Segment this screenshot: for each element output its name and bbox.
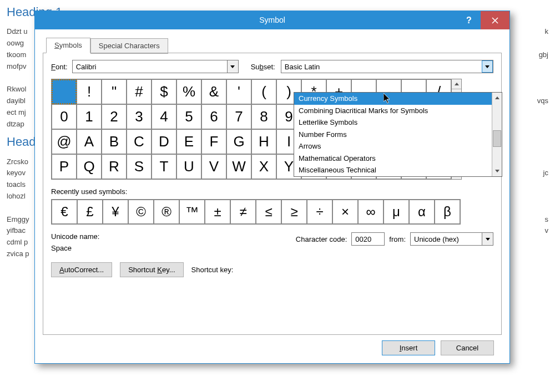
insert-button[interactable]: Insert — [382, 340, 435, 355]
chevron-down-icon[interactable] — [482, 233, 493, 245]
character-code-label: Character code: — [296, 235, 347, 243]
char-cell[interactable]: 7 — [226, 104, 251, 129]
recent-char-cell[interactable]: ® — [154, 200, 179, 224]
recent-char-cell[interactable]: ÷ — [307, 200, 332, 224]
recently-used-label: Recently used symbols: — [51, 187, 493, 196]
shortcut-key-label: Shortcut key: — [191, 266, 234, 274]
font-combo[interactable]: Calibri — [72, 60, 239, 73]
char-cell[interactable]: # — [127, 79, 152, 104]
recent-char-cell[interactable]: ¥ — [103, 200, 128, 224]
recent-char-cell[interactable]: α — [409, 200, 435, 224]
char-cell[interactable]: V — [201, 154, 226, 179]
chevron-down-icon[interactable] — [227, 60, 238, 73]
char-cell[interactable]: ' — [226, 79, 251, 104]
subset-label: Subset: — [251, 63, 275, 71]
scroll-down-button[interactable] — [492, 166, 502, 176]
recent-char-cell[interactable]: ≥ — [281, 200, 307, 224]
titlebar[interactable]: Symbol ? — [35, 11, 509, 29]
close-button[interactable] — [481, 11, 509, 29]
from-combo[interactable]: Unicode (hex) — [410, 232, 493, 246]
char-cell[interactable]: W — [226, 154, 251, 179]
recent-char-cell[interactable]: μ — [384, 200, 409, 224]
recent-char-cell[interactable]: ∞ — [358, 200, 384, 224]
unicode-name-value: Space — [51, 244, 99, 252]
chevron-down-icon[interactable] — [482, 60, 493, 73]
help-button[interactable]: ? — [457, 11, 481, 29]
scroll-thumb[interactable] — [493, 130, 501, 147]
char-cell[interactable]: 2 — [102, 104, 127, 129]
char-cell[interactable] — [52, 79, 77, 104]
char-cell[interactable]: R — [102, 154, 127, 179]
char-cell[interactable]: B — [102, 129, 127, 154]
unicode-name-label: Unicode name: — [51, 232, 99, 241]
char-cell[interactable]: P — [52, 154, 77, 179]
dialog-title: Symbol — [35, 11, 509, 29]
font-label: Font: — [51, 63, 68, 71]
recent-char-cell[interactable]: × — [332, 200, 358, 224]
char-cell[interactable]: $ — [152, 79, 176, 104]
char-cell[interactable]: E — [176, 129, 201, 154]
char-cell[interactable]: U — [176, 154, 201, 179]
scroll-up-button[interactable] — [452, 79, 461, 89]
dropdown-item[interactable]: Arrows — [294, 140, 492, 152]
recent-char-cell[interactable]: ≤ — [256, 200, 281, 224]
char-cell[interactable]: 3 — [127, 104, 152, 129]
subset-dropdown[interactable]: Currency SymbolsCombining Diacritical Ma… — [294, 92, 502, 177]
char-cell[interactable]: G — [226, 129, 251, 154]
dropdown-item[interactable]: Letterlike Symbols — [294, 116, 492, 129]
from-combo-value: Unicode (hex) — [411, 235, 482, 243]
dropdown-item[interactable]: Number Forms — [294, 129, 492, 141]
char-cell[interactable]: ! — [77, 79, 102, 104]
recent-char-cell[interactable]: ≠ — [230, 200, 256, 224]
from-label: from: — [389, 235, 406, 243]
char-cell[interactable]: C — [127, 129, 152, 154]
char-cell[interactable]: H — [251, 129, 276, 154]
recently-used-grid: €£¥©®™±≠≤≥÷×∞μαβ — [51, 199, 461, 225]
scroll-up-button[interactable] — [492, 93, 502, 103]
dropdown-item[interactable]: Mathematical Operators — [294, 152, 492, 165]
char-cell[interactable]: @ — [52, 129, 77, 154]
char-cell[interactable]: & — [201, 79, 226, 104]
char-cell[interactable]: F — [201, 129, 226, 154]
recent-char-cell[interactable]: £ — [77, 200, 103, 224]
autocorrect-button[interactable]: AutoCorrect... — [51, 262, 112, 277]
tab-symbols[interactable]: Symbols — [46, 38, 90, 53]
recent-char-cell[interactable]: β — [435, 200, 460, 224]
char-cell[interactable]: 0 — [52, 104, 77, 129]
char-cell[interactable]: D — [152, 129, 176, 154]
tab-special-characters[interactable]: Special Characters — [90, 38, 168, 54]
char-cell[interactable]: 4 — [152, 104, 176, 129]
char-cell[interactable]: 1 — [77, 104, 102, 129]
recent-char-cell[interactable]: ± — [205, 200, 230, 224]
shortcut-key-button[interactable]: Shortcut Key... — [120, 262, 183, 277]
dropdown-item[interactable]: Miscellaneous Technical — [294, 164, 492, 176]
char-cell[interactable]: 8 — [251, 104, 276, 129]
subset-combo-value: Basic Latin — [281, 63, 482, 71]
char-cell[interactable]: % — [176, 79, 201, 104]
font-combo-value: Calibri — [73, 63, 227, 71]
char-cell[interactable]: 6 — [201, 104, 226, 129]
character-code-input[interactable] — [351, 232, 385, 246]
char-cell[interactable]: 5 — [176, 104, 201, 129]
char-cell[interactable]: ( — [251, 79, 276, 104]
char-cell[interactable]: " — [102, 79, 127, 104]
dropdown-scrollbar[interactable] — [492, 93, 502, 176]
subset-combo[interactable]: Basic Latin — [281, 60, 493, 73]
recent-char-cell[interactable]: © — [128, 200, 154, 224]
cancel-button[interactable]: Cancel — [441, 340, 494, 355]
recent-char-cell[interactable]: € — [52, 200, 77, 224]
dropdown-item[interactable]: Currency Symbols — [294, 93, 492, 105]
char-cell[interactable]: S — [127, 154, 152, 179]
scroll-track[interactable] — [492, 103, 502, 166]
close-icon — [492, 17, 498, 24]
char-cell[interactable]: X — [251, 154, 276, 179]
dropdown-item[interactable]: Combining Diacritical Marks for Symbols — [294, 105, 492, 117]
char-cell[interactable]: A — [77, 129, 102, 154]
char-cell[interactable]: Q — [77, 154, 102, 179]
char-cell[interactable]: T — [152, 154, 176, 179]
symbol-dialog: Symbol ? Symbols Special Characters Font… — [34, 11, 510, 364]
recent-char-cell[interactable]: ™ — [179, 200, 205, 224]
